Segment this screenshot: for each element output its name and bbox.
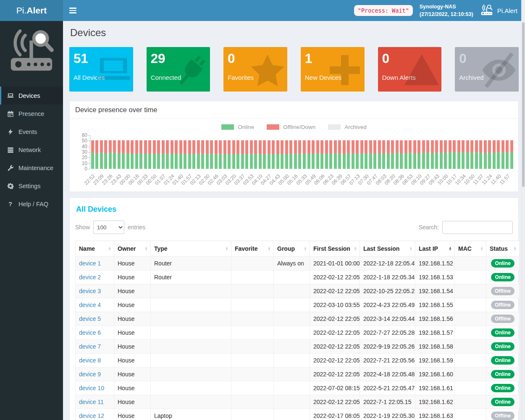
- device-name-link[interactable]: device 3: [79, 288, 101, 294]
- column-header-first-session[interactable]: First Session▲▼: [310, 241, 360, 257]
- legend-swatch: [267, 124, 279, 130]
- device-name-link[interactable]: device 8: [79, 357, 101, 364]
- bar-offline-segment: [501, 140, 504, 152]
- sidebar-item-maintenance[interactable]: Maintenance: [0, 159, 63, 177]
- column-header-group[interactable]: Group▲▼: [274, 241, 310, 257]
- card-favorites[interactable]: 0 Favorites: [223, 47, 287, 92]
- cell-last-ip: 192.168.1.56: [415, 312, 455, 326]
- column-header-name[interactable]: Name▲▼: [76, 241, 114, 257]
- bar-offline-segment: [113, 140, 116, 152]
- column-header-last-ip[interactable]: Last IP▲▼: [415, 241, 455, 257]
- device-name-link[interactable]: device 6: [79, 329, 101, 336]
- cell-owner: House: [114, 354, 151, 368]
- bar-online-segment: [250, 154, 253, 169]
- question-icon: ?: [7, 200, 14, 207]
- bar-offline-segment: [201, 140, 204, 154]
- cell-group: [274, 395, 310, 409]
- status-badge: Offline: [491, 412, 514, 420]
- card-down-alerts[interactable]: 0 Down Alerts: [378, 47, 442, 92]
- card-all-devices[interactable]: 51 All Devices: [69, 47, 133, 92]
- sort-icon[interactable]: ▲▼: [268, 247, 271, 251]
- router-magnifier-logo-icon: [7, 29, 56, 73]
- bar-online-segment: [409, 152, 412, 169]
- scrollbar-thumb[interactable]: [522, 22, 525, 187]
- cell-last-session: 2022-7-27 22:05.28: [360, 326, 415, 340]
- device-name-link[interactable]: device 2: [79, 274, 101, 281]
- sort-icon[interactable]: ▲▼: [225, 247, 228, 251]
- app-badge[interactable]: Pi.Alert: [480, 4, 517, 17]
- device-name-link[interactable]: device 10: [79, 385, 104, 391]
- column-header-label: Status: [490, 245, 508, 252]
- sort-icon[interactable]: ▲▼: [304, 247, 307, 251]
- bar-online-segment: [431, 153, 434, 169]
- card-connected[interactable]: 29 Connected: [147, 47, 210, 92]
- cell-type: [151, 298, 231, 312]
- table-row: device 6House2022-02-12 22:052022-7-27 2…: [76, 326, 520, 340]
- device-name-link[interactable]: device 1: [79, 260, 101, 267]
- device-name-link[interactable]: device 5: [79, 315, 101, 322]
- bar-offline-segment: [352, 140, 354, 153]
- page-length-select[interactable]: 100: [93, 220, 124, 234]
- sidebar-item-settings[interactable]: Settings: [0, 177, 63, 195]
- bar-online-segment: [400, 153, 403, 169]
- sort-icon[interactable]: ▲▼: [449, 247, 452, 251]
- column-header-label: Type: [154, 245, 168, 252]
- bar-online-segment: [320, 154, 323, 169]
- device-name-link[interactable]: device 7: [79, 343, 101, 350]
- sort-icon[interactable]: ▲▼: [480, 247, 483, 251]
- sidebar-item-devices[interactable]: Devices: [0, 87, 63, 105]
- table-row: device 12HouseLaptop2022-02-17 08:052022…: [76, 409, 520, 420]
- column-header-status[interactable]: Status▲▼: [486, 241, 520, 257]
- sidebar-item-label: Events: [18, 129, 37, 135]
- bar-online-segment: [241, 154, 244, 169]
- bar-online-segment: [210, 154, 213, 169]
- cell-status: Online: [486, 381, 520, 395]
- cell-mac: [455, 257, 486, 270]
- brand-logo[interactable]: Pi.Alert: [0, 0, 63, 21]
- bar-online-segment: [276, 154, 279, 169]
- sidebar-item-help-faq[interactable]: ? Help / FAQ: [0, 195, 63, 213]
- bar-offline-segment: [148, 140, 151, 154]
- bar-offline-segment: [360, 140, 363, 153]
- bar-online-segment: [113, 152, 116, 169]
- device-name-link[interactable]: device 9: [79, 371, 101, 378]
- column-header-favorite[interactable]: Favorite▲▼: [231, 241, 274, 257]
- bar-offline-segment: [219, 140, 222, 154]
- sort-icon[interactable]: ▲▼: [108, 247, 111, 251]
- sidebar-item-network[interactable]: Network: [0, 141, 63, 159]
- table-row: device 4House2022-03-10 03:552022-4-23 2…: [76, 298, 520, 312]
- cell-status: Online: [486, 395, 520, 409]
- legend-swatch: [328, 124, 341, 130]
- card-new-devices[interactable]: 1 New Devices: [301, 47, 365, 92]
- bar-offline-segment: [139, 140, 142, 153]
- bar-offline-segment: [365, 140, 368, 153]
- sort-icon[interactable]: ▲▼: [513, 247, 517, 251]
- cell-last-ip: 192.168.1.59: [415, 354, 455, 368]
- cell-type: Router: [151, 257, 231, 270]
- y-axis-tick-label: 60: [76, 133, 87, 138]
- bar-online-segment: [470, 152, 473, 169]
- bar-offline-segment: [259, 140, 262, 154]
- sidebar-item-presence[interactable]: Presence: [0, 105, 63, 123]
- sort-icon[interactable]: ▲▼: [354, 247, 357, 251]
- search-input[interactable]: [442, 221, 513, 234]
- sidebar-item-events[interactable]: Events: [0, 123, 63, 141]
- sidebar-logo: [0, 21, 63, 87]
- column-header-last-session[interactable]: Last Session▲▼: [360, 241, 415, 257]
- device-name-link[interactable]: device 4: [79, 302, 101, 308]
- column-header-mac[interactable]: MAC▲▼: [455, 241, 486, 257]
- column-header-owner[interactable]: Owner▲▼: [114, 241, 151, 257]
- cell-owner: House: [114, 284, 151, 298]
- column-header-label: First Session: [313, 245, 350, 252]
- card-archived[interactable]: 0 Archived: [455, 47, 519, 92]
- status-badge: Online: [491, 328, 514, 337]
- vertical-scrollbar[interactable]: [521, 0, 525, 420]
- cell-owner: House: [114, 381, 151, 395]
- device-name-link[interactable]: device 12: [79, 412, 104, 419]
- sort-icon[interactable]: ▲▼: [144, 247, 148, 251]
- sort-icon[interactable]: ▲▼: [409, 247, 412, 251]
- sidebar-toggle-button[interactable]: [63, 0, 82, 21]
- device-name-link[interactable]: device 11: [79, 399, 104, 405]
- status-badge: Online: [491, 356, 514, 365]
- column-header-type[interactable]: Type▲▼: [151, 241, 231, 257]
